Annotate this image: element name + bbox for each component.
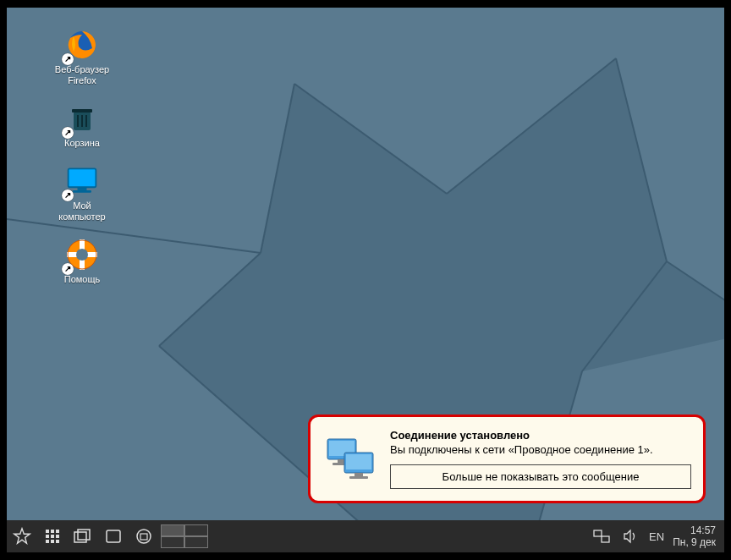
desktop-icon-trash[interactable]: Корзина <box>49 102 115 149</box>
start-menu-button[interactable] <box>7 520 37 552</box>
svg-rect-20 <box>73 190 91 193</box>
desktop-icon-mycomputer[interactable]: Мойкомпьютер <box>49 164 115 222</box>
clock-date: Пн, 9 дек <box>673 536 716 548</box>
file-manager-icon <box>135 528 152 545</box>
clock[interactable]: 14:57 Пн, 9 дек <box>673 524 716 548</box>
desktop-icon-label: Помощь <box>64 274 101 285</box>
taskbar: EN 14:57 Пн, 9 дек <box>7 520 724 552</box>
trash-icon <box>65 102 99 135</box>
shortcut-badge-icon <box>62 189 74 201</box>
network-tray-button[interactable] <box>591 520 612 552</box>
grid-icon <box>44 528 61 545</box>
svg-rect-38 <box>46 535 49 538</box>
desktop-icon-help[interactable]: Помощь <box>49 238 115 285</box>
svg-rect-41 <box>46 540 49 543</box>
taskbar-left <box>7 520 208 552</box>
keyboard-layout-indicator[interactable]: EN <box>649 530 664 543</box>
desktop-icon-label: Веб-браузерFirefox <box>55 64 109 86</box>
svg-rect-18 <box>69 168 96 187</box>
workspace-4[interactable] <box>184 536 208 548</box>
notification-text: Соединение установлено Вы подключены к с… <box>390 429 691 489</box>
desktop-icon-label: Мойкомпьютер <box>58 200 105 222</box>
workspace-3[interactable] <box>161 536 184 548</box>
svg-rect-34 <box>349 476 368 479</box>
app-launcher-button[interactable] <box>37 520 68 552</box>
svg-rect-49 <box>594 530 602 536</box>
svg-rect-44 <box>74 532 86 542</box>
task-view-button[interactable] <box>68 520 98 552</box>
windows-stack-icon <box>74 529 92 544</box>
desktop-screen: Веб-браузерFirefox Корзина <box>7 8 724 552</box>
volume-tray-button[interactable] <box>620 520 640 552</box>
desktop-rect-icon <box>105 529 122 544</box>
speaker-icon <box>623 529 638 544</box>
shortcut-badge-icon <box>62 127 74 139</box>
svg-rect-35 <box>46 530 49 533</box>
svg-rect-39 <box>51 535 54 538</box>
network-connected-notification: Соединение установлено Вы подключены к с… <box>308 415 706 503</box>
firefox-icon <box>65 28 99 62</box>
clock-time: 14:57 <box>673 524 716 536</box>
network-icon <box>593 529 610 544</box>
notification-message: Вы подключены к сети «Проводное соединен… <box>390 443 691 456</box>
workspace-2[interactable] <box>184 524 208 536</box>
shortcut-badge-icon <box>62 263 74 275</box>
svg-rect-36 <box>51 530 54 533</box>
shortcut-badge-icon <box>62 53 74 65</box>
desktop-icon-label: Корзина <box>64 138 100 149</box>
svg-rect-48 <box>140 534 147 540</box>
desktop-icons-area: Веб-браузерFirefox Корзина <box>49 28 115 285</box>
star-icon <box>13 527 31 546</box>
svg-rect-32 <box>346 454 371 469</box>
monitor-icon <box>65 164 99 198</box>
svg-rect-37 <box>56 530 59 533</box>
lifebuoy-icon <box>65 238 99 272</box>
svg-rect-42 <box>51 540 54 543</box>
svg-rect-46 <box>107 530 120 542</box>
svg-rect-33 <box>355 473 363 476</box>
workspace-1[interactable] <box>161 524 184 536</box>
svg-point-47 <box>137 530 151 543</box>
taskbar-right: EN 14:57 Пн, 9 дек <box>591 520 724 552</box>
svg-rect-43 <box>56 540 59 543</box>
notification-dismiss-button[interactable]: Больше не показывать это сообщение <box>390 464 691 489</box>
svg-rect-14 <box>72 109 92 113</box>
workspace-pager <box>161 524 208 548</box>
file-manager-button[interactable] <box>129 520 159 552</box>
notification-title: Соединение установлено <box>390 429 691 442</box>
svg-rect-40 <box>56 535 59 538</box>
svg-rect-19 <box>78 187 87 190</box>
svg-rect-50 <box>602 536 609 542</box>
network-computers-icon <box>322 429 378 489</box>
svg-point-26 <box>76 249 88 261</box>
show-desktop-button[interactable] <box>98 520 129 552</box>
desktop-icon-firefox[interactable]: Веб-браузерFirefox <box>49 28 115 86</box>
svg-rect-45 <box>78 530 90 540</box>
